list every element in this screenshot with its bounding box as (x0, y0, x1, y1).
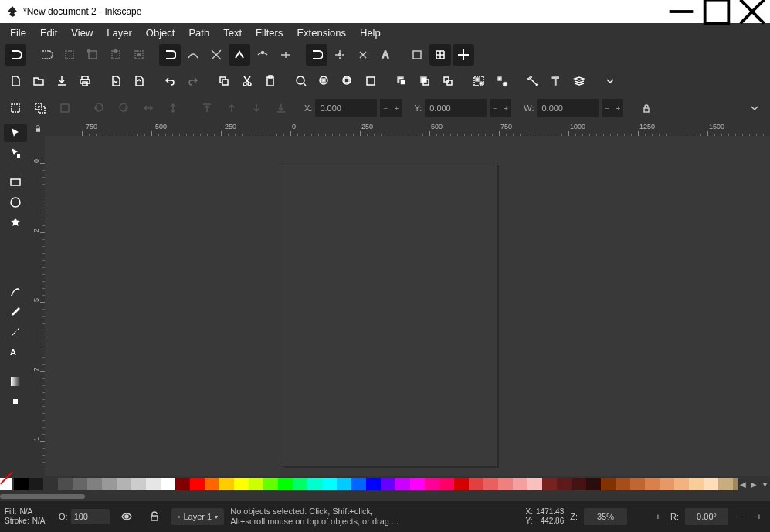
color-swatch[interactable] (381, 478, 395, 490)
zoom-width-button[interactable] (360, 70, 382, 92)
palette-scroll-left[interactable]: ◀ (738, 480, 748, 489)
spiral-tool[interactable] (4, 253, 27, 272)
w-inc[interactable]: + (612, 99, 623, 117)
snap-grid-button[interactable] (429, 44, 451, 66)
close-button[interactable] (734, 0, 770, 23)
selector-tool[interactable] (4, 124, 27, 142)
color-swatch[interactable] (439, 478, 454, 490)
flip-h-button[interactable] (137, 97, 159, 119)
color-swatch[interactable] (660, 478, 674, 490)
color-swatch[interactable] (513, 478, 527, 490)
color-swatch[interactable] (498, 478, 513, 490)
rot-inc[interactable]: + (753, 512, 765, 521)
save-button[interactable] (51, 70, 73, 92)
color-swatch[interactable] (278, 478, 293, 490)
y-dec[interactable]: − (490, 99, 500, 117)
text-tool-button[interactable]: T (545, 70, 567, 92)
rotation-input[interactable]: 0.00° (685, 508, 728, 525)
color-swatch[interactable] (249, 478, 263, 490)
color-swatch[interactable] (557, 478, 572, 490)
color-swatch[interactable] (395, 478, 410, 490)
layer-selector[interactable]: •Layer 1▾ (171, 508, 225, 525)
w-dec[interactable]: − (602, 99, 612, 117)
color-swatch[interactable] (337, 478, 351, 490)
x-input[interactable]: 0.000 (315, 99, 377, 117)
ruler-lock-icon[interactable] (31, 122, 45, 136)
snap-guide-button[interactable] (453, 44, 474, 66)
options-more-button[interactable] (744, 97, 765, 119)
menu-help[interactable]: Help (353, 25, 388, 41)
snap-smooth-button[interactable] (252, 44, 273, 66)
undo-button[interactable] (159, 70, 181, 92)
color-swatch[interactable] (542, 478, 557, 490)
lower-bottom-button[interactable] (270, 97, 292, 119)
color-swatch[interactable] (117, 478, 131, 490)
color-swatch[interactable] (351, 478, 366, 490)
snap-node-button[interactable] (159, 44, 181, 66)
color-swatch[interactable] (146, 478, 161, 490)
zoom-input[interactable]: 35% (584, 508, 627, 525)
redo-button[interactable] (182, 70, 204, 92)
menu-path[interactable]: Path (181, 25, 216, 41)
color-swatch[interactable] (43, 478, 58, 490)
visibility-toggle[interactable] (116, 506, 137, 527)
calligraphy-tool[interactable] (4, 323, 27, 341)
snap-center-button[interactable] (329, 44, 351, 66)
layer-lock-toggle[interactable] (144, 506, 165, 527)
ruler-horizontal[interactable]: -750-500-2500250500750100012501500 (45, 122, 770, 136)
zoom-in[interactable]: + (652, 512, 664, 521)
menu-layer[interactable]: Layer (100, 25, 139, 41)
color-swatch[interactable] (469, 478, 483, 490)
color-swatch[interactable] (645, 478, 660, 490)
color-swatch[interactable] (102, 478, 117, 490)
maximize-button[interactable] (699, 0, 734, 23)
node-tool[interactable] (4, 144, 27, 162)
gradient-tool[interactable] (4, 372, 27, 391)
flip-v-button[interactable] (162, 97, 184, 119)
minimize-button[interactable] (663, 0, 699, 23)
snap-bbox-center-button[interactable] (128, 44, 150, 66)
clone-button[interactable] (414, 70, 436, 92)
snap-line-midpoint-button[interactable] (275, 44, 297, 66)
snap-bbox-midpoint-button[interactable] (105, 44, 127, 66)
rotate-cw-button[interactable] (113, 97, 134, 119)
raise-button[interactable] (221, 97, 243, 119)
color-swatch[interactable] (161, 478, 175, 490)
cut-button[interactable] (236, 70, 258, 92)
color-swatch[interactable] (689, 478, 704, 490)
text-editor-tool[interactable]: A (4, 343, 27, 361)
color-swatch[interactable] (87, 478, 102, 490)
y-input[interactable]: 0.000 (425, 99, 487, 117)
y-inc[interactable]: + (500, 99, 511, 117)
menu-object[interactable]: Object (139, 25, 182, 41)
duplicate-button[interactable] (391, 70, 412, 92)
fill-stroke-indicator[interactable]: Fill:N/A Stroke:N/A (5, 507, 53, 526)
color-swatch[interactable] (293, 478, 307, 490)
color-swatch[interactable] (704, 478, 718, 490)
palette-scroll-right[interactable]: ▶ (748, 480, 759, 489)
color-swatch[interactable] (454, 478, 469, 490)
rot-dec[interactable]: − (734, 512, 747, 521)
open-button[interactable] (28, 70, 49, 92)
color-swatch[interactable] (29, 478, 43, 490)
color-swatch[interactable] (219, 478, 234, 490)
dropper-tool[interactable] (4, 392, 27, 411)
layers-button[interactable] (568, 70, 590, 92)
palette-menu[interactable]: ▾ (759, 480, 770, 489)
zoom-page-button[interactable] (337, 70, 358, 92)
zoom-selection-button[interactable] (290, 70, 312, 92)
group-button[interactable] (468, 70, 490, 92)
rotate-ccw-button[interactable] (88, 97, 110, 119)
color-swatch[interactable] (190, 478, 205, 490)
color-swatch[interactable] (425, 478, 439, 490)
snap-other-button[interactable] (306, 44, 327, 66)
snap-enable-button[interactable] (5, 44, 26, 66)
menu-filters[interactable]: Filters (249, 25, 290, 41)
star-tool[interactable] (4, 213, 27, 232)
more-button[interactable] (599, 70, 621, 92)
color-swatch[interactable] (234, 478, 249, 490)
lock-wh-button[interactable] (636, 97, 657, 119)
ungroup-button[interactable] (491, 70, 513, 92)
color-swatch[interactable] (322, 478, 337, 490)
color-swatch[interactable] (572, 478, 586, 490)
